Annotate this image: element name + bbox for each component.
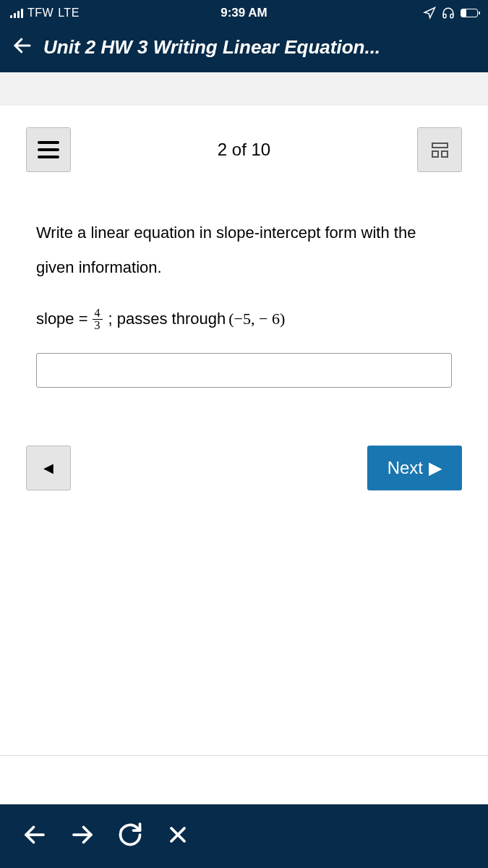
calculator-icon: [432, 142, 448, 158]
back-button[interactable]: [12, 35, 33, 59]
fraction-denominator: 3: [93, 320, 103, 331]
browser-toolbar: [0, 804, 488, 868]
content-gap: [0, 72, 488, 106]
browser-back-button[interactable]: [22, 822, 48, 851]
headphones-icon: [442, 7, 455, 20]
browser-forward-button[interactable]: [69, 822, 95, 851]
chevron-right-icon: ▶: [429, 458, 442, 478]
divider: [0, 755, 488, 756]
carrier-label: TFW: [27, 7, 53, 20]
browser-reload-button[interactable]: [117, 822, 143, 851]
next-label: Next: [388, 458, 423, 478]
location-icon: [423, 7, 436, 20]
signal-icon: [10, 8, 23, 18]
battery-icon: [461, 9, 478, 17]
slope-label: slope =: [36, 310, 88, 328]
next-button[interactable]: Next ▶: [367, 446, 462, 490]
question-prompt: Write a linear equation in slope-interce…: [36, 216, 452, 286]
point-value: (−5, − 6): [228, 310, 285, 328]
fraction: 4 3: [93, 307, 103, 331]
app-header: Unit 2 HW 3 Writing Linear Equation...: [0, 26, 488, 72]
browser-close-button[interactable]: [165, 822, 191, 851]
fraction-numerator: 4: [93, 307, 103, 320]
network-label: LTE: [58, 7, 80, 20]
question-card: 2 of 10 Write a linear equation in slope…: [0, 106, 488, 505]
clock: 9:39 AM: [221, 6, 267, 20]
status-right: [423, 7, 478, 20]
status-left: TFW LTE: [10, 7, 80, 20]
answer-input[interactable]: [36, 353, 452, 388]
question-counter: 2 of 10: [218, 140, 270, 160]
equation-line: slope = 4 3 ; passes through (−5, − 6): [36, 307, 452, 331]
prev-button[interactable]: ◀: [26, 446, 71, 490]
passes-label: ; passes through: [108, 310, 226, 328]
status-bar: TFW LTE 9:39 AM: [0, 0, 488, 26]
calculator-button[interactable]: [417, 127, 462, 172]
hamburger-icon: [38, 141, 59, 158]
page-title: Unit 2 HW 3 Writing Linear Equation...: [43, 36, 380, 59]
menu-button[interactable]: [26, 127, 71, 172]
